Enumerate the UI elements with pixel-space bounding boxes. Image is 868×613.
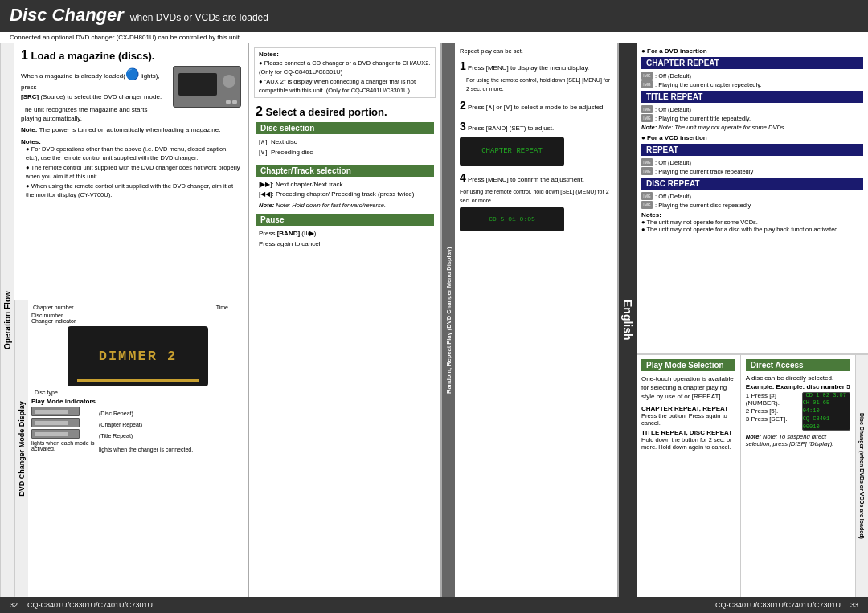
page-header: Disc Changer when DVDs or VCDs are loade… (0, 0, 868, 32)
notes-section: Notes: ● For DVD operations other than t… (21, 138, 241, 199)
bar-inner-2 (35, 421, 68, 425)
da-body: A disc can be directly selected. (746, 374, 850, 382)
rr-step2-num: 2 (460, 99, 466, 112)
da-content: 1 Press [#] (NUMBER). 2 Press [5]. 3 Pre… (746, 392, 850, 431)
step1-auto: The unit recognizes the magazine and sta… (21, 105, 241, 123)
disc-sel-item-1: [∨]: Preceding disc (259, 148, 431, 158)
title-repeat-header: TITLE REPEAT (641, 91, 863, 103)
lights-text: lights when the changer is connected. (99, 446, 193, 453)
disc-repeat-notes: Notes: ● The unit may not operate for so… (641, 211, 863, 233)
da-step-3: 3 Press [SET]. (746, 415, 796, 423)
disc-sel-item-0: [∧]: Next disc (259, 137, 431, 148)
subtitle: Connected an optional DVD changer (CX-DH… (0, 32, 868, 43)
da-example: Example: Example: disc number 5 (746, 383, 850, 390)
title-repeat-item1: IMG : Playing the current title repeated… (641, 114, 863, 122)
chapter-track-header: Chapter/Track selection (256, 165, 434, 177)
device-image (173, 66, 241, 108)
body-area: Operation Flow 1 Load a magazine (discs)… (0, 43, 868, 597)
chapter-track-section: Chapter/Track selection [▶▶]: Next chapt… (256, 165, 434, 210)
step4-display-text: CD 5 01 0:05 (489, 215, 535, 224)
direct-access-header: Direct Access (746, 359, 850, 371)
left-panel: Operation Flow 1 Load a magazine (discs)… (0, 43, 249, 597)
repeat-header: REPEAT (641, 144, 863, 156)
right-top: ● For a DVD insertion CHAPTER REPEAT IMG… (637, 43, 868, 354)
footer-model-right: CQ-C8401U/C8301U/C7401U/C7301U (715, 601, 841, 609)
play-mode-title: Play Mode indicators (31, 398, 96, 405)
direct-access: Direct Access A disc can be directly sel… (741, 355, 855, 597)
step3-display: CHAPTER REPEAT (460, 137, 564, 166)
footer-left: 32 CQ-C8401U/C8301U/C7401U/C7301U (10, 601, 153, 609)
rr-step4-sub: For using the remote control, hold down … (460, 188, 612, 205)
step2-title: Select a desired portion. (266, 106, 387, 118)
dvd-mode-label: DVD Changer Mode Display (14, 300, 28, 597)
dr-notes-label: Notes: (641, 211, 863, 219)
rr-step4-text: Press [MENU] to confirm the adjustment. (468, 176, 584, 183)
step3-display-text: CHAPTER REPEAT (481, 146, 542, 157)
changer-label: Changer indicator (31, 318, 244, 324)
tr-icon0: IMG (641, 105, 653, 113)
random-repeat-panel: Random, Repeat Play (DVD Changer Menu Di… (442, 43, 619, 597)
rr-step1: 1 Press [MENU] to display the menu displ… (460, 58, 612, 93)
chapter-item-0: [▶▶]: Next chapter/Next track (259, 180, 431, 190)
bar-title-repeat (31, 429, 80, 439)
bar-chapter-repeat (31, 418, 80, 427)
chapter-repeat-header: CHAPTER REPEAT (641, 57, 863, 69)
middle-note-2: ● "AUX 2" is display when connecting a c… (259, 78, 431, 95)
da-display: CD 1 02 3:07 CH 01-65 04:10 CQ-C8401 000… (802, 392, 850, 431)
trdr-text: Hold down the button for 2 sec. or more.… (641, 436, 735, 451)
operation-flow-label: Operation Flow (0, 43, 14, 597)
step2-number: 2 (256, 104, 263, 118)
english-label: English (619, 43, 637, 597)
play-mode-chapter: (Chapter Repeat) (99, 420, 193, 430)
r-icon0: IMG (641, 158, 653, 166)
notes-label: Notes: (21, 138, 241, 145)
disc-type-label: Disc type (35, 390, 244, 395)
middle-panel: Notes: ● Please connect a CD changer or … (249, 43, 442, 597)
chapter-repeat-item1: IMG : Playing the current chapter repeat… (641, 80, 863, 88)
chapter-note: Note: Note: Hold down for fast forward/r… (256, 202, 434, 209)
bar-disc-repeat (31, 407, 80, 416)
play-mode-sel-body: One-touch operation is available for sel… (641, 374, 735, 402)
da-note: Note: Note: To suspend direct selection,… (746, 433, 850, 447)
chapter-label: Chapter number (33, 304, 74, 310)
disc-selection-header: Disc selection (256, 122, 434, 134)
disc-selection-section: Disc selection [∧]: Next disc [∨]: Prece… (256, 122, 434, 160)
title-main: Disc Changer (10, 5, 124, 26)
play-mode-imgs: Play Mode indicators (31, 398, 96, 452)
pause-section: Pause Press [BAND] (II/▶). Press again t… (256, 214, 434, 251)
notes-list: ● For DVD operations other than the abov… (21, 145, 241, 199)
disc-changer-right-label: Disc Changer (when DVDs or VCDs are load… (855, 355, 868, 597)
dr-icon0: IMG (641, 192, 653, 200)
note-item-2: ● The remote control unit supplied with … (26, 164, 241, 181)
title-repeat-item0: IMG : Off (Default) (641, 105, 863, 113)
rr-step1-num: 1 (460, 59, 466, 72)
device-knob (223, 75, 235, 88)
indicator-bars (31, 407, 96, 439)
title-sub: when DVDs or VCDs are loaded (130, 12, 268, 23)
repeat-item1: IMG : Playing the current track repeated… (641, 167, 863, 175)
step2-header: 2 Select a desired portion. (256, 104, 434, 119)
da-display-line1: CD 1 02 3:07 (806, 392, 846, 400)
da-display-line2: CH 01-65 04:10 (803, 399, 850, 415)
cr-icon0: IMG (641, 72, 653, 80)
pause-header: Pause (256, 214, 434, 226)
disc-repeat-item0: IMG : Off (Default) (641, 192, 863, 200)
repeat-item0: IMG : Off (Default) (641, 158, 863, 166)
title-repeat-note: Note: Note: The unit may not operate for… (641, 124, 863, 131)
right-content: ● For a DVD insertion CHAPTER REPEAT IMG… (637, 43, 868, 597)
repeat-can-be-set: Repeat play can be set. (460, 47, 612, 55)
da-display-line3: CQ-C8401 00010 (803, 415, 850, 431)
play-mode-sub2: activated. (31, 446, 96, 452)
right-panel: English ● For a DVD insertion CHAPTER RE… (619, 43, 868, 597)
middle-notes: Notes: ● Please connect a CD changer or … (254, 47, 436, 98)
display-screen: DIMMER 2 (68, 326, 208, 386)
display-text: DIMMER 2 (99, 349, 178, 364)
pause-body: Press [BAND] (II/▶). (259, 229, 431, 239)
for-vcd-label: ● For a VCD insertion (641, 134, 863, 141)
play-mode-disc: (Disc Repeat) (99, 409, 193, 419)
rr-step2: 2 Press [∧] or [∨] to select a mode to b… (460, 97, 612, 114)
rr-step4: 4 Press [MENU] to confirm the adjustment… (460, 170, 612, 231)
step1-title: Load a magazine (discs). (31, 50, 155, 62)
pause-content: Press [BAND] (II/▶). Press again to canc… (256, 227, 434, 251)
tr-icon1: IMG (641, 114, 653, 122)
